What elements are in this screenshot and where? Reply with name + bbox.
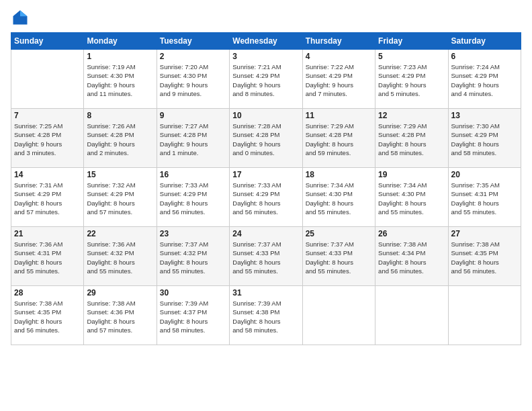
day-info: Sunrise: 7:38 AMSunset: 4:35 PMDaylight:… [451, 240, 518, 275]
day-info: Sunrise: 7:29 AMSunset: 4:28 PMDaylight:… [378, 122, 445, 157]
day-number: 15 [87, 170, 153, 179]
calendar-cell [448, 286, 521, 345]
day-info: Sunrise: 7:22 AMSunset: 4:29 PMDaylight:… [306, 62, 372, 98]
day-info: Sunrise: 7:27 AMSunset: 4:28 PMDaylight:… [160, 122, 226, 157]
day-info: Sunrise: 7:23 AMSunset: 4:29 PMDaylight:… [378, 62, 445, 98]
day-info: Sunrise: 7:26 AMSunset: 4:28 PMDaylight:… [87, 122, 153, 157]
calendar-cell [375, 286, 448, 345]
day-number: 23 [160, 229, 226, 238]
day-header-friday: Friday [375, 33, 448, 50]
week-row-3: 14Sunrise: 7:31 AMSunset: 4:29 PMDayligh… [11, 168, 521, 227]
calendar-cell: 4Sunrise: 7:22 AMSunset: 4:29 PMDaylight… [302, 50, 375, 109]
day-info: Sunrise: 7:28 AMSunset: 4:28 PMDaylight:… [232, 122, 299, 157]
day-number: 31 [232, 288, 299, 298]
calendar-cell: 27Sunrise: 7:38 AMSunset: 4:35 PMDayligh… [448, 227, 521, 286]
day-info: Sunrise: 7:37 AMSunset: 4:32 PMDaylight:… [160, 240, 226, 275]
day-info: Sunrise: 7:21 AMSunset: 4:29 PMDaylight:… [232, 62, 299, 98]
day-info: Sunrise: 7:19 AMSunset: 4:30 PMDaylight:… [87, 62, 153, 98]
day-info: Sunrise: 7:36 AMSunset: 4:32 PMDaylight:… [87, 240, 153, 275]
day-number: 9 [160, 111, 226, 120]
day-info: Sunrise: 7:34 AMSunset: 4:30 PMDaylight:… [378, 181, 445, 216]
day-info: Sunrise: 7:29 AMSunset: 4:28 PMDaylight:… [306, 122, 372, 157]
calendar-cell: 8Sunrise: 7:26 AMSunset: 4:28 PMDaylight… [84, 109, 157, 168]
calendar-cell: 15Sunrise: 7:32 AMSunset: 4:29 PMDayligh… [84, 168, 157, 227]
calendar-cell: 29Sunrise: 7:38 AMSunset: 4:36 PMDayligh… [84, 286, 157, 345]
day-header-thursday: Thursday [302, 33, 375, 50]
day-number: 1 [87, 52, 153, 61]
calendar-cell: 17Sunrise: 7:33 AMSunset: 4:29 PMDayligh… [230, 168, 302, 227]
calendar-cell: 6Sunrise: 7:24 AMSunset: 4:29 PMDaylight… [448, 50, 521, 109]
day-info: Sunrise: 7:37 AMSunset: 4:33 PMDaylight:… [306, 240, 372, 275]
week-row-5: 28Sunrise: 7:38 AMSunset: 4:35 PMDayligh… [11, 286, 521, 345]
day-number: 11 [306, 111, 372, 120]
calendar-cell: 18Sunrise: 7:34 AMSunset: 4:30 PMDayligh… [302, 168, 375, 227]
day-info: Sunrise: 7:38 AMSunset: 4:34 PMDaylight:… [378, 240, 445, 275]
day-number: 6 [451, 52, 518, 61]
day-info: Sunrise: 7:39 AMSunset: 4:38 PMDaylight:… [232, 299, 299, 334]
calendar-cell [302, 286, 375, 345]
calendar: SundayMondayTuesdayWednesdayThursdayFrid… [11, 32, 521, 345]
calendar-cell: 25Sunrise: 7:37 AMSunset: 4:33 PMDayligh… [302, 227, 375, 286]
calendar-cell: 14Sunrise: 7:31 AMSunset: 4:29 PMDayligh… [11, 168, 84, 227]
calendar-cell: 28Sunrise: 7:38 AMSunset: 4:35 PMDayligh… [11, 286, 84, 345]
day-number: 14 [14, 170, 81, 179]
calendar-cell: 9Sunrise: 7:27 AMSunset: 4:28 PMDaylight… [157, 109, 229, 168]
day-number: 2 [160, 52, 226, 61]
day-info: Sunrise: 7:33 AMSunset: 4:29 PMDaylight:… [232, 181, 299, 216]
calendar-cell: 19Sunrise: 7:34 AMSunset: 4:30 PMDayligh… [375, 168, 448, 227]
day-number: 26 [378, 229, 445, 238]
day-number: 24 [232, 229, 299, 238]
day-number: 29 [87, 288, 153, 298]
day-number: 30 [160, 288, 226, 298]
day-info: Sunrise: 7:39 AMSunset: 4:37 PMDaylight:… [160, 299, 226, 334]
day-number: 19 [378, 170, 445, 179]
header-row: SundayMondayTuesdayWednesdayThursdayFrid… [11, 33, 521, 50]
day-header-wednesday: Wednesday [230, 33, 302, 50]
day-info: Sunrise: 7:38 AMSunset: 4:35 PMDaylight:… [14, 299, 81, 334]
calendar-cell: 21Sunrise: 7:36 AMSunset: 4:31 PMDayligh… [11, 227, 84, 286]
day-info: Sunrise: 7:33 AMSunset: 4:29 PMDaylight:… [160, 181, 226, 216]
day-number: 28 [14, 288, 81, 298]
day-header-sunday: Sunday [11, 33, 84, 50]
day-header-tuesday: Tuesday [157, 33, 229, 50]
calendar-cell: 16Sunrise: 7:33 AMSunset: 4:29 PMDayligh… [157, 168, 229, 227]
calendar-cell: 31Sunrise: 7:39 AMSunset: 4:38 PMDayligh… [230, 286, 302, 345]
day-info: Sunrise: 7:34 AMSunset: 4:30 PMDaylight:… [306, 181, 372, 216]
day-info: Sunrise: 7:30 AMSunset: 4:29 PMDaylight:… [451, 122, 518, 157]
day-number: 20 [451, 170, 518, 179]
week-row-2: 7Sunrise: 7:25 AMSunset: 4:28 PMDaylight… [11, 109, 521, 168]
week-row-1: 1Sunrise: 7:19 AMSunset: 4:30 PMDaylight… [11, 50, 521, 109]
day-number: 8 [87, 111, 153, 120]
calendar-cell: 1Sunrise: 7:19 AMSunset: 4:30 PMDaylight… [84, 50, 157, 109]
day-header-saturday: Saturday [448, 33, 521, 50]
day-number: 21 [14, 229, 81, 238]
calendar-cell: 5Sunrise: 7:23 AMSunset: 4:29 PMDaylight… [375, 50, 448, 109]
day-info: Sunrise: 7:32 AMSunset: 4:29 PMDaylight:… [87, 181, 153, 216]
calendar-cell: 13Sunrise: 7:30 AMSunset: 4:29 PMDayligh… [448, 109, 521, 168]
day-number: 13 [451, 111, 518, 120]
header [11, 8, 521, 27]
week-row-4: 21Sunrise: 7:36 AMSunset: 4:31 PMDayligh… [11, 227, 521, 286]
calendar-cell: 10Sunrise: 7:28 AMSunset: 4:28 PMDayligh… [230, 109, 302, 168]
calendar-cell [11, 50, 84, 109]
day-info: Sunrise: 7:36 AMSunset: 4:31 PMDaylight:… [14, 240, 81, 275]
page-container: SundayMondayTuesdayWednesdayThursdayFrid… [0, 0, 532, 351]
logo [11, 8, 32, 27]
calendar-cell: 30Sunrise: 7:39 AMSunset: 4:37 PMDayligh… [157, 286, 229, 345]
calendar-cell: 26Sunrise: 7:38 AMSunset: 4:34 PMDayligh… [375, 227, 448, 286]
day-number: 10 [232, 111, 299, 120]
day-number: 12 [378, 111, 445, 120]
calendar-cell: 23Sunrise: 7:37 AMSunset: 4:32 PMDayligh… [157, 227, 229, 286]
calendar-cell: 12Sunrise: 7:29 AMSunset: 4:28 PMDayligh… [375, 109, 448, 168]
day-number: 22 [87, 229, 153, 238]
calendar-cell: 24Sunrise: 7:37 AMSunset: 4:33 PMDayligh… [230, 227, 302, 286]
calendar-cell: 7Sunrise: 7:25 AMSunset: 4:28 PMDaylight… [11, 109, 84, 168]
day-header-monday: Monday [84, 33, 157, 50]
calendar-cell: 11Sunrise: 7:29 AMSunset: 4:28 PMDayligh… [302, 109, 375, 168]
day-number: 17 [232, 170, 299, 179]
calendar-cell: 2Sunrise: 7:20 AMSunset: 4:30 PMDaylight… [157, 50, 229, 109]
calendar-cell: 22Sunrise: 7:36 AMSunset: 4:32 PMDayligh… [84, 227, 157, 286]
day-info: Sunrise: 7:38 AMSunset: 4:36 PMDaylight:… [87, 299, 153, 334]
day-number: 7 [14, 111, 81, 120]
day-number: 18 [306, 170, 372, 179]
